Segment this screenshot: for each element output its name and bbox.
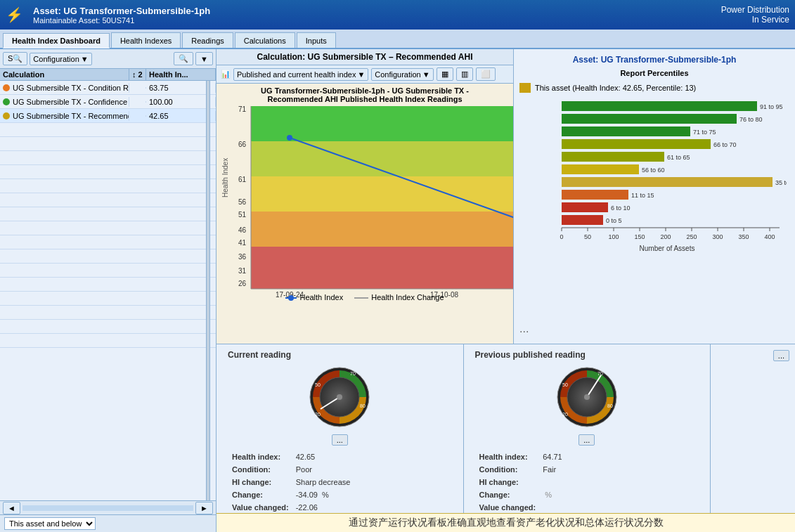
prev-change-value: % <box>540 489 590 500</box>
scroll-right[interactable]: ► <box>195 502 213 514</box>
grid-row <box>0 249 216 264</box>
svg-text:50: 50 <box>562 382 568 387</box>
dropdown-arrow-icon: ▼ <box>422 70 430 79</box>
prev-condition-value: Fair <box>540 464 590 475</box>
chart-export-btn[interactable]: ⬜ <box>476 67 496 81</box>
change-value: -34.09 % <box>293 489 354 500</box>
tab-health-indexes[interactable]: Health Indexes <box>111 32 181 48</box>
col-health-index: Health In... <box>146 69 216 80</box>
svg-text:36: 36 <box>238 253 247 261</box>
prev-vc-label: Value changed: <box>477 502 539 513</box>
current-reading-title: Current reading <box>228 350 452 360</box>
svg-text:56 to 60: 56 to 60 <box>642 167 665 174</box>
tabbar: Health Index Dashboard Health Indexes Re… <box>0 30 795 49</box>
chart-left-panel: Calculation: UG Submersible TX – Recomme… <box>216 49 514 344</box>
grid-row[interactable]: UG Submersible TX - Condition Readi... 6… <box>0 81 216 95</box>
search-btn2[interactable]: 🔍 <box>174 52 193 65</box>
current-reading-panel: Current reading <box>216 344 464 513</box>
left-panel: S🔍 Configuration ▼ 🔍 ▼ Calculation ↕ 2 H… <box>0 49 216 532</box>
grid-row[interactable]: UG Submersible TX - Confidence Factor 10… <box>0 95 216 109</box>
grid-row <box>0 151 216 165</box>
config-dropdown[interactable]: Configuration ▼ <box>30 53 91 65</box>
config-label: Configuration <box>33 55 79 63</box>
condition-label: Condition: <box>229 464 292 475</box>
col-sort[interactable]: ↕ 2 <box>129 69 146 80</box>
left-toolbar: S🔍 Configuration ▼ 🔍 ▼ <box>0 49 216 69</box>
svg-rect-45 <box>562 190 628 200</box>
chart-config-dropdown[interactable]: Configuration ▼ <box>371 68 433 81</box>
hi-change-label: HI change: <box>229 476 292 488</box>
svg-rect-47 <box>562 202 608 212</box>
prev-hi-value: 64.71 <box>540 451 590 462</box>
chart-area: Calculation: UG Submersible TX – Recomme… <box>216 49 795 344</box>
svg-text:91 to 95: 91 to 95 <box>760 103 783 110</box>
svg-text:70: 70 <box>350 371 356 376</box>
previous-more-btn[interactable]: ... <box>579 434 595 446</box>
grid-row <box>0 320 216 334</box>
prev-hi-change-value <box>540 476 590 488</box>
condition-value: Poor <box>293 464 354 475</box>
svg-text:71 to 75: 71 to 75 <box>693 129 716 136</box>
svg-text:400: 400 <box>764 233 775 240</box>
status-dot <box>3 112 10 119</box>
svg-text:61: 61 <box>238 176 247 183</box>
dropdown-arrow-icon: ▼ <box>357 70 365 79</box>
scroll-left[interactable]: ◄ <box>3 502 20 514</box>
tab-health-index-dashboard[interactable]: Health Index Dashboard <box>3 33 110 48</box>
dropdown-arrow-icon: ▼ <box>81 55 89 63</box>
svg-text:Number of Assets: Number of Assets <box>640 245 695 252</box>
previous-gauge-svg: 50 70 80 20 <box>555 365 619 429</box>
bar-chart: 91 to 95 76 to 80 71 to 75 66 to 70 61 t… <box>519 100 789 323</box>
current-reading-fields: Health index:42.65 Condition:Poor HI cha… <box>228 450 354 513</box>
tab-inputs[interactable]: Inputs <box>297 32 336 48</box>
this-asset-legend: This asset (Health Index: 42.65, Percent… <box>519 83 789 93</box>
chart-bar-btn[interactable]: ▥ <box>456 67 473 81</box>
bottom-area: Current reading <box>216 344 795 532</box>
current-gauge-container: 50 70 80 20 <box>228 365 452 429</box>
svg-rect-4 <box>251 247 513 289</box>
chart-view-dropdown[interactable]: Published and current health index ▼ <box>233 68 368 81</box>
svg-text:56: 56 <box>238 198 247 206</box>
svg-rect-33 <box>562 114 737 124</box>
grid-row[interactable]: UG Submersible TX - Recommended AHI 42.6… <box>0 109 216 123</box>
legend-hi: Health Index <box>285 293 343 301</box>
grid-row <box>0 306 216 320</box>
svg-text:0 to 5: 0 to 5 <box>606 217 622 224</box>
filter-btn[interactable]: ▼ <box>195 52 213 65</box>
grid-row <box>0 235 216 249</box>
tab-readings[interactable]: Readings <box>182 32 233 48</box>
svg-text:100: 100 <box>608 233 619 240</box>
svg-text:11 to 15: 11 to 15 <box>631 192 654 199</box>
grid-row <box>0 334 216 348</box>
svg-text:61 to 65: 61 to 65 <box>667 154 690 161</box>
chart-content: UG Transformer-Submersible-1ph - UG Subm… <box>216 84 513 344</box>
chart-more-btn: ··· <box>519 325 789 338</box>
chart-legend: Health Index Health Index Change <box>219 290 510 304</box>
lightning-icon: ⚡ <box>6 6 23 23</box>
asset-scope-select[interactable]: This asset and below <box>4 517 96 530</box>
chart-toolbar: 📊 Published and current health index ▼ C… <box>216 65 513 84</box>
svg-text:35 to 40: 35 to 40 <box>775 179 787 186</box>
prev-condition-label: Condition: <box>477 464 539 475</box>
chart-table-btn[interactable]: ▦ <box>437 67 453 81</box>
calculation-name: UG Submersible TX - Condition Readi... <box>13 84 129 92</box>
svg-point-74 <box>337 394 342 400</box>
svg-text:76 to 80: 76 to 80 <box>739 116 763 123</box>
vc-value: -22.06 <box>293 502 354 513</box>
calculation-name: UG Submersible TX - Confidence Factor <box>13 98 129 106</box>
current-more-btn[interactable]: ... <box>332 434 348 446</box>
search-button[interactable]: S🔍 <box>3 52 27 65</box>
hi-value: 42.65 <box>293 451 354 462</box>
legend-hi-label: Health Index <box>299 293 343 301</box>
right-panel: Calculation: UG Submersible TX – Recomme… <box>216 49 795 532</box>
hi-label: Health index: <box>229 451 292 462</box>
right-more-btn[interactable]: ... <box>773 350 789 361</box>
svg-rect-49 <box>562 215 603 225</box>
grid-row <box>0 264 216 278</box>
tab-calculations[interactable]: Calculations <box>235 32 295 48</box>
svg-text:6 to 10: 6 to 10 <box>611 205 631 212</box>
calculation-grid: UG Submersible TX - Condition Readi... 6… <box>0 81 216 500</box>
svg-text:200: 200 <box>660 233 671 240</box>
resize-handle[interactable] <box>206 81 210 500</box>
prev-vc-value <box>540 502 590 513</box>
